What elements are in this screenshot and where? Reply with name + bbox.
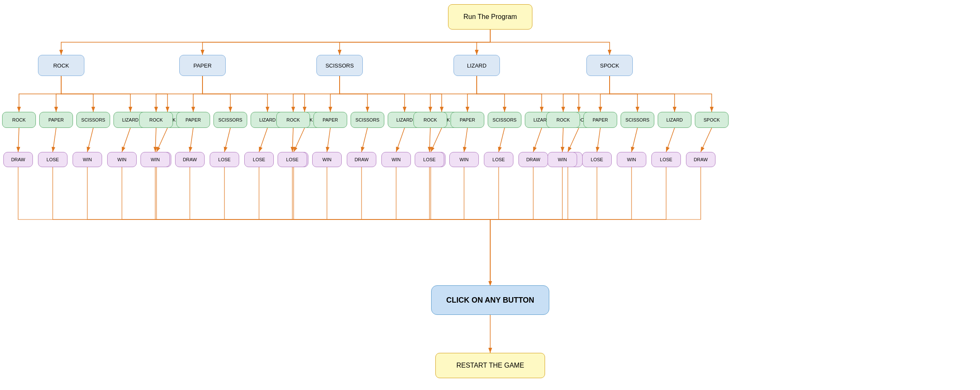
result-4-3[interactable]: LOSE [651, 152, 681, 167]
sub-3-2[interactable]: SCISSORS [488, 112, 521, 128]
svg-line-8 [224, 128, 230, 152]
result-1-0[interactable]: WIN [140, 152, 170, 167]
sub-1-1[interactable]: PAPER [176, 112, 210, 128]
result-2-2[interactable]: DRAW [347, 152, 376, 167]
result-3-1[interactable]: WIN [449, 152, 479, 167]
svg-line-11 [292, 128, 293, 152]
result-1-1[interactable]: DRAW [175, 152, 205, 167]
result-4-0[interactable]: WIN [548, 152, 577, 167]
restart-label: RESTART THE GAME [456, 362, 524, 369]
svg-line-9 [259, 128, 267, 152]
choice-scissors[interactable]: SCISSORS [316, 55, 363, 76]
choice-spock[interactable]: SPOCK [586, 55, 633, 76]
svg-line-19 [533, 128, 542, 152]
svg-line-1 [18, 128, 19, 152]
sub-1-0[interactable]: ROCK [139, 112, 173, 128]
result-0-3[interactable]: WIN [107, 152, 137, 167]
sub-1-2[interactable]: SCISSORS [213, 112, 247, 128]
choice-paper-label: PAPER [193, 62, 211, 69]
result-3-2[interactable]: LOSE [484, 152, 513, 167]
sub-3-1[interactable]: PAPER [451, 112, 484, 128]
svg-line-3 [87, 128, 93, 152]
result-2-3[interactable]: WIN [381, 152, 411, 167]
svg-line-21 [562, 128, 563, 152]
sub-3-0[interactable]: ROCK [413, 112, 447, 128]
canvas: Run The Program ROCK PAPER SCISSORS LIZA… [0, 0, 980, 390]
svg-line-22 [597, 128, 600, 152]
choice-scissors-label: SCISSORS [325, 62, 354, 69]
svg-line-2 [53, 128, 56, 152]
result-0-1[interactable]: LOSE [38, 152, 67, 167]
svg-line-16 [429, 128, 430, 152]
sub-4-2[interactable]: SCISSORS [621, 112, 654, 128]
svg-line-5 [157, 128, 167, 152]
result-1-3[interactable]: LOSE [244, 152, 274, 167]
sub-4-0[interactable]: ROCK [546, 112, 580, 128]
sub-2-1[interactable]: PAPER [313, 112, 347, 128]
choice-rock[interactable]: ROCK [38, 55, 84, 76]
choice-lizard-label: LIZARD [467, 62, 486, 69]
svg-line-23 [632, 128, 637, 152]
svg-line-10 [294, 128, 305, 152]
svg-line-12 [327, 128, 330, 152]
sub-4-4[interactable]: SPOCK [695, 112, 729, 128]
choice-lizard[interactable]: LIZARD [454, 55, 500, 76]
result-2-0[interactable]: LOSE [278, 152, 307, 167]
svg-line-18 [499, 128, 505, 152]
result-0-2[interactable]: WIN [73, 152, 102, 167]
svg-line-15 [431, 128, 442, 152]
result-4-1[interactable]: LOSE [582, 152, 612, 167]
result-2-1[interactable]: WIN [312, 152, 342, 167]
click-any-button[interactable]: CLICK ON ANY BUTTON [431, 285, 549, 315]
result-3-3[interactable]: DRAW [518, 152, 548, 167]
svg-line-13 [362, 128, 367, 152]
svg-line-20 [568, 128, 579, 152]
svg-line-14 [396, 128, 405, 152]
result-4-4[interactable]: DRAW [686, 152, 715, 167]
svg-line-4 [122, 128, 130, 152]
result-1-2[interactable]: LOSE [210, 152, 239, 167]
root-node: Run The Program [448, 4, 532, 30]
choice-rock-label: ROCK [53, 62, 69, 69]
sub-0-1[interactable]: PAPER [39, 112, 73, 128]
sub-2-2[interactable]: SCISSORS [351, 112, 384, 128]
restart-game[interactable]: RESTART THE GAME [435, 353, 545, 378]
sub-4-1[interactable]: PAPER [583, 112, 617, 128]
sub-4-3[interactable]: LIZARD [658, 112, 691, 128]
result-0-0[interactable]: DRAW [3, 152, 33, 167]
sub-2-0[interactable]: ROCK [276, 112, 310, 128]
root-label: Run The Program [464, 13, 517, 21]
svg-line-17 [464, 128, 467, 152]
result-4-2[interactable]: WIN [617, 152, 646, 167]
sub-0-0[interactable]: ROCK [2, 112, 36, 128]
result-3-0[interactable]: LOSE [415, 152, 444, 167]
choice-spock-label: SPOCK [600, 62, 619, 69]
click-label: CLICK ON ANY BUTTON [446, 296, 535, 305]
svg-line-25 [701, 128, 712, 152]
svg-line-7 [190, 128, 193, 152]
sub-0-2[interactable]: SCISSORS [76, 112, 110, 128]
svg-line-24 [666, 128, 675, 152]
choice-paper[interactable]: PAPER [179, 55, 226, 76]
svg-line-6 [155, 128, 156, 152]
